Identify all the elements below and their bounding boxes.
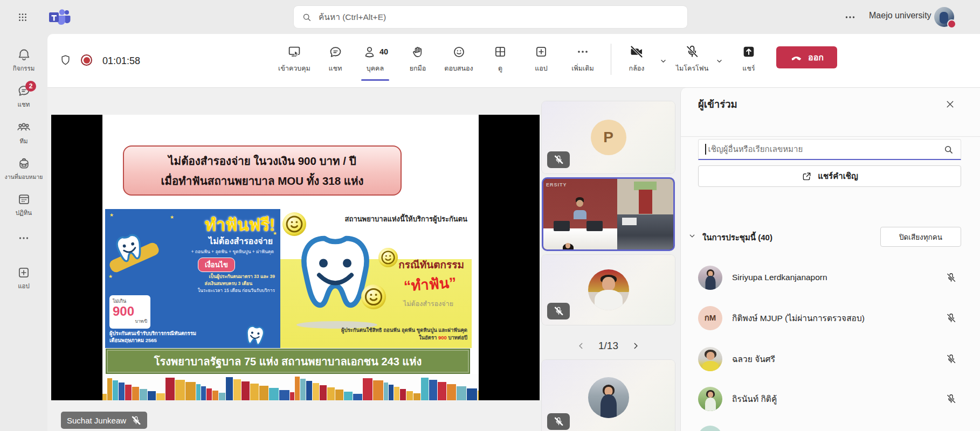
price-ticket: ไม่เกิน 900 บาท/ปี	[109, 295, 150, 329]
rail-item-activity[interactable]: กิจกรรม	[0, 43, 47, 79]
meeting-toolbar: 01:01:58 เข้าควบคุม แชท 40 บุคคล ยกมือ ต…	[47, 34, 980, 88]
page-prev-chevron[interactable]	[576, 340, 586, 351]
invite-input[interactable]: เชิญผู้อื่นหรือเรียกเลขหมาย	[698, 139, 961, 160]
react-button[interactable]: ตอบสนอง	[438, 44, 479, 79]
rail-item-teams[interactable]: ทีม	[0, 115, 47, 151]
presenter-name-pill: Suchat Junkeaw	[61, 412, 147, 429]
mic-options-chevron[interactable]	[715, 57, 724, 66]
teams-meeting-window: ค้นหา (Ctrl+Alt+E) Maejo university กิจก…	[0, 0, 980, 431]
apps-button[interactable]: แอป	[521, 44, 562, 79]
participant-row[interactable]: Siriyupa Lerdkanjanaporn	[681, 259, 980, 296]
mic-off-icon	[554, 306, 564, 316]
app-rail: กิจกรรม 2 แชท ทีม งานที่มอบหมาย ปฏิทิน แ…	[0, 34, 47, 431]
panel-divider	[681, 136, 980, 137]
org-name: Maejo university	[869, 11, 931, 20]
video-tile-active-speaker[interactable]: ERSITY	[542, 177, 675, 251]
tile-mute-badge	[547, 303, 570, 319]
mic-off-icon	[554, 155, 564, 165]
avatar	[698, 387, 722, 411]
city-skyline-graphic	[102, 374, 479, 400]
more-actions-button[interactable]: เพิ่มเติม	[562, 44, 603, 79]
tile-mute-badge	[547, 151, 570, 168]
avatar-initials: กM	[698, 306, 722, 330]
invite-placeholder: เชิญผู้อื่นหรือเรียกเลขหมาย	[708, 143, 942, 156]
tooth-mascot-icon	[242, 323, 267, 348]
more-icon	[576, 45, 590, 59]
app-top-bar: ค้นหา (Ctrl+Alt+E) Maejo university	[0, 0, 980, 34]
shared-slide: ไม่ต้องสำรองจ่าย ในวงเงิน 900 บาท / ปี เ…	[102, 115, 479, 400]
search-placeholder: ค้นหา (Ctrl+Alt+E)	[319, 10, 386, 24]
avatar	[698, 266, 722, 290]
global-search-input[interactable]: ค้นหา (Ctrl+Alt+E)	[294, 6, 687, 28]
share-button[interactable]: แชร์	[728, 44, 769, 79]
rail-item-assignments[interactable]: งานที่มอบหมาย	[0, 151, 47, 187]
mic-off-icon	[131, 415, 141, 426]
mic-off-icon	[946, 312, 957, 324]
mic-off-icon	[554, 416, 564, 427]
more-icon	[17, 232, 30, 245]
assignments-icon	[17, 156, 31, 171]
mic-off-icon	[685, 44, 700, 59]
video-tile-avatar-photo[interactable]	[542, 255, 675, 325]
shared-screen-video[interactable]: ไม่ต้องสำรองจ่าย ในวงเงิน 900 บาท / ปี เ…	[51, 115, 540, 400]
in-meeting-section-header: ในการประชุมนี้ (40) ปิดเสียงทุกคน	[681, 227, 980, 248]
more-icon	[844, 11, 857, 24]
share-invite-button[interactable]: แชร์คำเชิญ	[698, 165, 961, 187]
raise-hand-button[interactable]: ยกมือ	[397, 44, 438, 79]
meeting-timer: 01:01:58	[102, 55, 140, 67]
section-title: ในการประชุมนี้ (40)	[702, 231, 772, 244]
app-launcher-button[interactable]	[12, 6, 33, 28]
avatar	[588, 377, 629, 418]
page-next-chevron[interactable]	[630, 340, 641, 351]
shield-icon[interactable]	[59, 54, 72, 66]
calendar-icon	[17, 192, 31, 206]
person-icon	[362, 45, 377, 59]
video-tile-avatar-p[interactable]: P	[542, 101, 675, 173]
section-collapse-chevron[interactable]	[687, 231, 697, 241]
camera-button[interactable]: กล้อง	[616, 44, 657, 79]
text-caret	[705, 144, 706, 155]
participant-row[interactable]: ถิรนันท์ กิติคู้	[681, 380, 980, 418]
participant-row[interactable]: ฉลวย จันศรี	[681, 340, 980, 378]
avatar	[588, 269, 629, 310]
take-control-button[interactable]: เข้าควบคุม	[274, 44, 315, 79]
smiley-face-icon	[378, 248, 398, 267]
page-indicator: 1/13	[598, 340, 618, 352]
chat-button[interactable]: แชท	[315, 44, 356, 79]
close-icon	[944, 99, 956, 110]
share-screen-icon	[741, 44, 756, 59]
mic-button[interactable]: ไมโครโฟน	[672, 44, 713, 79]
close-panel-button[interactable]	[941, 95, 958, 113]
slide-green-bar: โรงพยาบาลรัฐบาล 75 แห่ง สถานพยาบาลเอกชน …	[106, 349, 470, 374]
teams-people-icon	[16, 120, 31, 135]
panel-title: ผู้เข้าร่วม	[698, 96, 737, 112]
teams-logo-icon	[49, 9, 71, 27]
rail-item-calendar[interactable]: ปฏิทิน	[0, 187, 47, 223]
mute-all-button[interactable]: ปิดเสียงทุกคน	[880, 227, 961, 247]
slide-poster-right: สถานพยาบาลแห่งนี้ให้บริการผู้ประกันตน กร…	[280, 209, 472, 348]
topbar-more-button[interactable]	[841, 10, 859, 25]
share-invite-icon	[801, 171, 812, 182]
apps-icon	[534, 45, 548, 59]
camera-off-icon	[629, 44, 644, 59]
people-button[interactable]: 40 บุคคล	[355, 44, 396, 79]
mic-off-icon	[946, 353, 957, 365]
smiley-face-icon	[361, 284, 386, 309]
toolbar-divider	[611, 44, 611, 75]
search-icon	[943, 144, 954, 155]
view-button[interactable]: ดู	[480, 44, 521, 79]
screen-control-icon	[287, 44, 302, 59]
rail-item-apps[interactable]: แอป	[0, 261, 47, 296]
tooth-mascot-icon	[111, 230, 148, 267]
chat-icon	[328, 45, 343, 59]
video-tile-avatar-photo[interactable]	[542, 360, 675, 431]
mic-off-icon	[946, 272, 957, 283]
waffle-icon	[17, 11, 29, 23]
participants-panel: ผู้เข้าร่วม เชิญผู้อื่นหรือเรียกเลขหมาย …	[680, 88, 980, 431]
rail-item-chat[interactable]: 2 แชท	[0, 79, 47, 115]
leave-button[interactable]: ออก	[776, 46, 837, 68]
camera-options-chevron[interactable]	[659, 57, 668, 66]
participant-row[interactable]: กM กิติพงษ์ MJUP (ไม่ผ่านการตรวจสอบ)	[681, 299, 980, 337]
rail-more-button[interactable]	[17, 223, 30, 253]
avatar	[698, 347, 722, 371]
